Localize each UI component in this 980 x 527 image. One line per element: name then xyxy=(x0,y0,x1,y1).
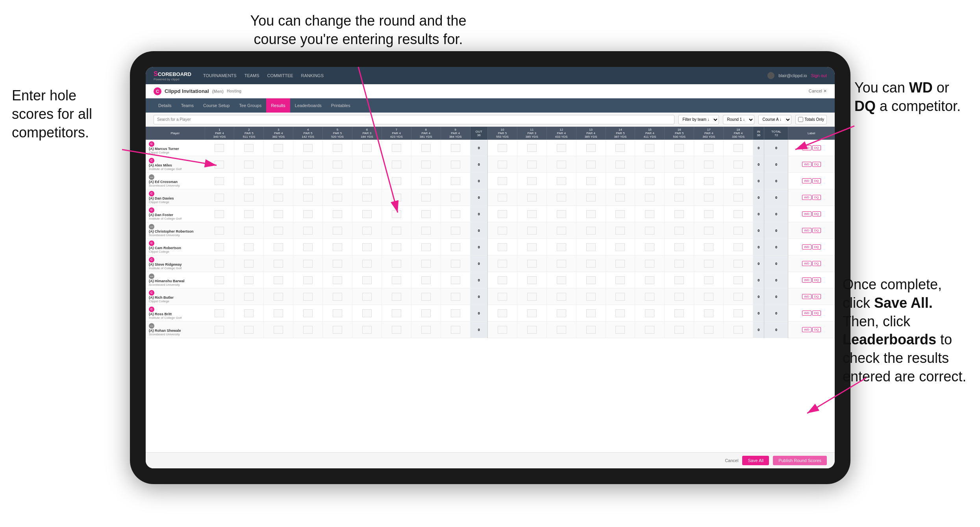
hole-3-input[interactable] xyxy=(274,309,283,317)
hole-2-input[interactable] xyxy=(244,309,254,317)
hole-5-input[interactable] xyxy=(333,243,342,251)
hole-11-input[interactable] xyxy=(527,243,537,251)
hole-12-input[interactable] xyxy=(557,210,566,218)
hole-7-input[interactable] xyxy=(392,194,401,202)
hole-4-input[interactable] xyxy=(303,144,313,152)
hole-8-input[interactable] xyxy=(421,144,431,152)
hole-6-input[interactable] xyxy=(362,293,372,301)
tab-tee-groups[interactable]: Tee Groups xyxy=(234,98,266,113)
dq-button[interactable]: DQ xyxy=(812,162,821,167)
hole-18-input[interactable] xyxy=(734,309,743,317)
hole-5-input[interactable] xyxy=(333,210,342,218)
hole-16-input[interactable] xyxy=(674,194,684,202)
hole-8-input[interactable] xyxy=(421,326,431,334)
hole-17-input[interactable] xyxy=(704,161,713,168)
hole-3-input[interactable] xyxy=(274,194,283,202)
hole-8-input[interactable] xyxy=(421,309,431,317)
hole-3-input[interactable] xyxy=(274,210,283,218)
hole-12-input[interactable] xyxy=(557,326,566,334)
hole-9-input[interactable] xyxy=(451,144,460,152)
hole-11-input[interactable] xyxy=(527,194,537,202)
hole-2-input[interactable] xyxy=(244,161,254,168)
hole-9-input[interactable] xyxy=(451,177,460,185)
hole-7-input[interactable] xyxy=(392,177,401,185)
course-select[interactable]: Course A ↓ xyxy=(758,115,791,124)
hole-13-input[interactable] xyxy=(586,194,596,202)
wd-button[interactable]: WD xyxy=(802,211,811,216)
hole-11-input[interactable] xyxy=(527,260,537,268)
nav-tournaments[interactable]: TOURNAMENTS xyxy=(203,73,237,78)
hole-6-input[interactable] xyxy=(362,276,372,284)
tab-course-setup[interactable]: Course Setup xyxy=(198,98,234,113)
hole-17-input[interactable] xyxy=(704,210,713,218)
hole-1-input[interactable] xyxy=(215,194,224,202)
tab-leaderboards[interactable]: Leaderboards xyxy=(290,98,326,113)
hole-14-input[interactable] xyxy=(615,144,625,152)
hole-9-input[interactable] xyxy=(451,194,460,202)
dq-button[interactable]: DQ xyxy=(812,178,821,183)
hole-1-input[interactable] xyxy=(215,276,224,284)
hole-13-input[interactable] xyxy=(586,326,596,334)
hole-18-input[interactable] xyxy=(734,161,743,168)
hole-5-input[interactable] xyxy=(333,276,342,284)
hole-7-input[interactable] xyxy=(392,309,401,317)
hole-1-input[interactable] xyxy=(215,326,224,334)
hole-13-input[interactable] xyxy=(586,161,596,168)
hole-6-input[interactable] xyxy=(362,161,372,168)
hole-7-input[interactable] xyxy=(392,276,401,284)
hole-18-input[interactable] xyxy=(734,210,743,218)
hole-15-input[interactable] xyxy=(645,293,654,301)
hole-6-input[interactable] xyxy=(362,210,372,218)
hole-6-input[interactable] xyxy=(362,243,372,251)
hole-5-input[interactable] xyxy=(333,194,342,202)
hole-12-input[interactable] xyxy=(557,194,566,202)
save-all-button[interactable]: Save All xyxy=(742,456,769,465)
hole-10-input[interactable] xyxy=(498,326,507,334)
hole-5-input[interactable] xyxy=(333,326,342,334)
hole-5-input[interactable] xyxy=(333,144,342,152)
hole-4-input[interactable] xyxy=(303,260,313,268)
hole-16-input[interactable] xyxy=(674,326,684,334)
hole-1-input[interactable] xyxy=(215,177,224,185)
hole-6-input[interactable] xyxy=(362,309,372,317)
hole-3-input[interactable] xyxy=(274,326,283,334)
hole-16-input[interactable] xyxy=(674,177,684,185)
hole-3-input[interactable] xyxy=(274,276,283,284)
hole-1-input[interactable] xyxy=(215,243,224,251)
hole-9-input[interactable] xyxy=(451,309,460,317)
hole-10-input[interactable] xyxy=(498,177,507,185)
hole-16-input[interactable] xyxy=(674,161,684,168)
nav-committee[interactable]: COMMITTEE xyxy=(267,73,293,78)
hole-10-input[interactable] xyxy=(498,293,507,301)
hole-9-input[interactable] xyxy=(451,326,460,334)
hole-16-input[interactable] xyxy=(674,293,684,301)
hole-12-input[interactable] xyxy=(557,260,566,268)
hole-1-input[interactable] xyxy=(215,161,224,168)
search-input[interactable] xyxy=(154,115,674,124)
hole-10-input[interactable] xyxy=(498,243,507,251)
dq-button[interactable]: DQ xyxy=(812,228,821,233)
hole-2-input[interactable] xyxy=(244,144,254,152)
hole-7-input[interactable] xyxy=(392,161,401,168)
hole-14-input[interactable] xyxy=(615,210,625,218)
dq-button[interactable]: DQ xyxy=(812,277,821,283)
hole-2-input[interactable] xyxy=(244,326,254,334)
hole-13-input[interactable] xyxy=(586,177,596,185)
hole-17-input[interactable] xyxy=(704,243,713,251)
hole-16-input[interactable] xyxy=(674,227,684,235)
hole-14-input[interactable] xyxy=(615,326,625,334)
hole-16-input[interactable] xyxy=(674,260,684,268)
hole-11-input[interactable] xyxy=(527,293,537,301)
hole-12-input[interactable] xyxy=(557,227,566,235)
hole-9-input[interactable] xyxy=(451,210,460,218)
hole-3-input[interactable] xyxy=(274,144,283,152)
hole-6-input[interactable] xyxy=(362,194,372,202)
wd-button[interactable]: WD xyxy=(802,162,811,167)
hole-17-input[interactable] xyxy=(704,227,713,235)
nav-teams[interactable]: TEAMS xyxy=(245,73,259,78)
hole-15-input[interactable] xyxy=(645,326,654,334)
hole-3-input[interactable] xyxy=(274,243,283,251)
wd-button[interactable]: WD xyxy=(802,277,811,283)
hole-1-input[interactable] xyxy=(215,309,224,317)
hole-9-input[interactable] xyxy=(451,260,460,268)
